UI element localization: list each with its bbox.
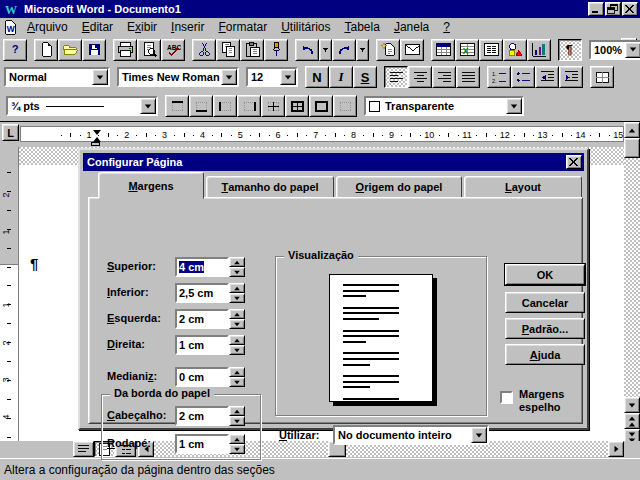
spelling-button[interactable]: ABC [161, 39, 185, 61]
mirror-margins-checkbox[interactable] [500, 391, 513, 404]
spinner[interactable] [229, 406, 245, 426]
border-none-button[interactable] [333, 95, 357, 117]
bullets-button[interactable] [511, 66, 535, 88]
border-right-button[interactable] [237, 95, 261, 117]
spin-down-button[interactable] [229, 293, 245, 303]
tab-layout[interactable]: Layout [464, 176, 582, 198]
menu-tabela[interactable]: Tabela [338, 18, 387, 36]
undo-dropdown-button[interactable] [319, 39, 332, 61]
save-button[interactable] [82, 39, 106, 61]
insert-table-button[interactable] [431, 39, 455, 61]
style-dropdown[interactable]: Normal [4, 67, 110, 87]
border-bottom-button[interactable] [189, 95, 213, 117]
spin-up-button[interactable] [229, 283, 245, 293]
spin-up-button[interactable] [229, 257, 245, 267]
apply-to-dropdown-arrow[interactable] [471, 427, 487, 443]
spinner[interactable] [229, 309, 245, 329]
spin-up-button[interactable] [229, 434, 245, 444]
numbering-button[interactable]: 1.2. [487, 66, 511, 88]
border-inside-button[interactable] [261, 95, 285, 117]
decrease-indent-button[interactable] [535, 66, 559, 88]
vertical-ruler[interactable]: 211234 [0, 147, 19, 441]
left-indent-box-marker[interactable] [91, 142, 100, 146]
close-button[interactable] [622, 2, 638, 16]
print-preview-button[interactable] [137, 39, 161, 61]
restore-button[interactable] [605, 2, 621, 16]
menu-formatar[interactable]: Formatar [211, 18, 274, 36]
previous-page-button[interactable] [624, 413, 640, 429]
minimize-button[interactable] [588, 2, 604, 16]
menu-exibir[interactable]: Exibir [120, 18, 164, 36]
inferior-input[interactable]: 2,5 cm [175, 283, 229, 303]
medianiz-input[interactable]: 0 cm [175, 367, 229, 387]
format-painter-button[interactable] [264, 39, 288, 61]
padrão-button[interactable]: Padrão... [505, 318, 585, 339]
underline-button[interactable]: S [353, 66, 377, 88]
tab-origem-do-papel[interactable]: Origem do papel [336, 176, 462, 198]
apply-to-dropdown[interactable]: No documento inteiro [333, 425, 489, 445]
undo-button[interactable] [295, 39, 319, 61]
spin-down-button[interactable] [229, 444, 245, 454]
size-dropdown[interactable]: 12 [246, 67, 298, 87]
font-dropdown[interactable]: Times New Roman [117, 67, 239, 87]
spinner[interactable] [229, 367, 245, 387]
spin-down-button[interactable] [229, 319, 245, 329]
tab-tamanho-do-papel[interactable]: Tamanho do papel [206, 176, 334, 198]
direita-input[interactable]: 1 cm [175, 335, 229, 355]
redo-dropdown-button[interactable] [356, 39, 369, 61]
spin-down-button[interactable] [229, 416, 245, 426]
autoformat-button[interactable] [376, 39, 400, 61]
superior-input[interactable]: 4 cm [175, 257, 229, 277]
first-line-indent-marker[interactable] [93, 130, 101, 135]
border-left-button[interactable] [213, 95, 237, 117]
spin-down-button[interactable] [229, 377, 245, 387]
horizontal-ruler[interactable]: 123456789101112131415 [20, 126, 624, 142]
copy-button[interactable] [216, 39, 240, 61]
esquerda-input[interactable]: 2 cm [175, 309, 229, 329]
print-button[interactable] [113, 39, 137, 61]
dialog-title-bar[interactable]: Configurar Página [83, 153, 584, 171]
rodapé-input[interactable]: 1 cm [175, 434, 229, 454]
style-dropdown-arrow[interactable] [92, 69, 108, 85]
vertical-scroll-thumb[interactable] [624, 138, 640, 158]
cancelar-button[interactable]: Cancelar [505, 292, 585, 313]
line-style-arrow[interactable] [140, 98, 156, 114]
italic-button[interactable]: I [329, 66, 353, 88]
tab-alignment-selector[interactable]: L [2, 124, 19, 141]
size-dropdown-arrow[interactable] [280, 69, 296, 85]
paste-button[interactable] [240, 39, 264, 61]
menu-inserir[interactable]: Inserir [164, 18, 211, 36]
spinner[interactable] [229, 257, 245, 277]
ok-button[interactable]: OK [505, 264, 585, 285]
menu-utilitrios[interactable]: Utilitários [274, 18, 337, 36]
ajuda-button[interactable]: Ajuda [505, 344, 585, 365]
scroll-up-button[interactable] [624, 122, 640, 138]
font-dropdown-arrow[interactable] [221, 69, 237, 85]
line-style-dropdown[interactable]: ¾ pts [6, 96, 158, 116]
bold-button[interactable]: N [305, 66, 329, 88]
tab-margens[interactable]: Margens [98, 172, 204, 199]
spin-down-button[interactable] [229, 345, 245, 355]
document-control-icon[interactable]: W [3, 20, 17, 35]
spin-up-button[interactable] [229, 406, 245, 416]
spin-down-button[interactable] [229, 267, 245, 277]
align-left-button[interactable] [384, 66, 408, 88]
cut-button[interactable] [192, 39, 216, 61]
borders-button[interactable] [590, 66, 614, 88]
show-paragraph-button[interactable]: ¶ [558, 39, 582, 61]
insert-excel-button[interactable]: X [455, 39, 479, 61]
autotext-button[interactable] [400, 39, 424, 61]
spinner[interactable] [229, 434, 245, 454]
shading-dropdown[interactable]: Transparente [364, 96, 524, 116]
scroll-right-button[interactable] [608, 441, 624, 457]
spin-up-button[interactable] [229, 309, 245, 319]
open-button[interactable] [58, 39, 82, 61]
shading-dropdown-arrow[interactable] [506, 98, 522, 114]
align-right-button[interactable] [432, 66, 456, 88]
zoom-dropdown-arrow[interactable] [625, 42, 640, 58]
align-center-button[interactable] [408, 66, 432, 88]
drawing-button[interactable] [503, 39, 527, 61]
cabeçalho-input[interactable]: 2 cm [175, 406, 229, 426]
mirror-margins-label[interactable]: Margens espelho [519, 388, 583, 414]
menu-?[interactable]: ? [436, 18, 457, 36]
